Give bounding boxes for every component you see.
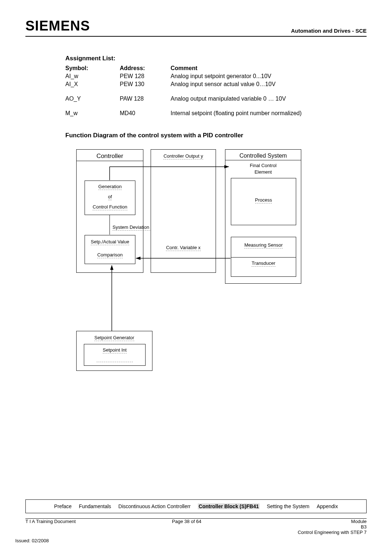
col-symbol: Symbol: bbox=[65, 64, 120, 72]
footer-nav: Preface Fundamentals Discontinuous Actio… bbox=[25, 499, 367, 513]
controller-box: Controller Generation of Control Functio… bbox=[76, 149, 143, 273]
nav-item[interactable]: Discontinuous Action Controllerr bbox=[118, 503, 191, 509]
table-row: AO_Y PAW 128 Analog output manipulated v… bbox=[65, 95, 312, 103]
comparison-label: Comparison bbox=[85, 251, 135, 258]
process-label: Process bbox=[231, 197, 296, 203]
generation-label: Generation bbox=[85, 183, 135, 190]
cell-address: PEW 130 bbox=[120, 80, 171, 88]
controlled-system-header: Controlled System bbox=[225, 153, 301, 159]
footer-center: Page 38 of 64 bbox=[172, 519, 201, 535]
nav-item[interactable]: Preface bbox=[54, 503, 72, 509]
assignment-title: Assignment List: bbox=[65, 55, 323, 62]
table-row: M_w MD40 Internal setpoint (floating poi… bbox=[65, 109, 312, 117]
nav-item[interactable]: Appendix bbox=[317, 503, 338, 509]
table-header-row: Symbol: Address: Comment bbox=[65, 64, 312, 72]
setpoint-int-blank bbox=[84, 355, 145, 362]
table-row: AI_w PEW 128 Analog input setpoint gener… bbox=[65, 72, 312, 80]
cell-comment: Analog output manipulated variable 0 … 1… bbox=[171, 95, 312, 103]
main-content: Assignment List: Symbol: Address: Commen… bbox=[25, 55, 323, 374]
cell-symbol: M_w bbox=[65, 109, 120, 117]
final-control-label: Final Control bbox=[225, 162, 301, 169]
nav-item[interactable]: Fundamentals bbox=[79, 503, 111, 509]
table-gap bbox=[65, 88, 312, 95]
page-header: SIEMENS Automation and Drives - SCE bbox=[25, 18, 367, 37]
controller-header-text: Controller bbox=[97, 153, 123, 159]
contr-var-label: Contr. Variable x bbox=[151, 244, 216, 251]
cell-comment: Analog input sensor actual value 0…10V bbox=[171, 80, 312, 88]
element-label: Element bbox=[225, 169, 301, 175]
cell-address: PEW 128 bbox=[120, 72, 171, 80]
issued-date: Issued: 02/2008 bbox=[15, 538, 49, 543]
generation-box: Generation of Control Function bbox=[85, 181, 135, 215]
table-gap bbox=[65, 103, 312, 109]
function-diagram: Controller Generation of Control Functio… bbox=[76, 149, 330, 374]
setpoint-int-label: Setpoint Int bbox=[84, 347, 145, 353]
comparison-box: Setp./Actual Value Comparison bbox=[85, 235, 135, 264]
col-address: Address: bbox=[120, 64, 171, 72]
footer-right: Module B3 Control Engineering with STEP … bbox=[298, 519, 367, 535]
cell-symbol: AO_Y bbox=[65, 95, 120, 103]
control-function-label: Control Function bbox=[85, 203, 135, 210]
header-subtitle: Automation and Drives - SCE bbox=[291, 28, 367, 34]
diagram-title: Function Diagram of the control system w… bbox=[65, 132, 323, 139]
footer-info: T I A Training Document Page 38 of 64 Mo… bbox=[25, 519, 367, 535]
process-box: Process bbox=[231, 178, 296, 225]
cell-symbol: AI_X bbox=[65, 80, 120, 88]
footer-left: T I A Training Document bbox=[25, 519, 76, 535]
controller-output-box: Controller Output y Contr. Variable x bbox=[151, 149, 216, 273]
cell-address: MD40 bbox=[120, 109, 171, 117]
col-comment: Comment bbox=[171, 64, 312, 72]
document-page: SIEMENS Automation and Drives - SCE Assi… bbox=[0, 0, 392, 555]
measuring-sensor-label: Measuring Sensor bbox=[231, 242, 296, 248]
cell-address: PAW 128 bbox=[120, 95, 171, 103]
assignment-table: Symbol: Address: Comment AI_w PEW 128 An… bbox=[65, 64, 312, 117]
setpoint-generator-box: Setpoint Generator Setpoint Int bbox=[76, 331, 152, 371]
cell-comment: Analog input setpoint generator 0...10V bbox=[171, 72, 312, 80]
siemens-logo: SIEMENS bbox=[25, 18, 90, 34]
controller-header: Controller bbox=[77, 153, 143, 160]
sensor-box: Measuring Sensor Transducer bbox=[231, 237, 296, 277]
of-label: of bbox=[85, 193, 135, 200]
table-row: AI_X PEW 130 Analog input sensor actual … bbox=[65, 80, 312, 88]
setpoint-generator-label: Setpoint Generator bbox=[77, 334, 152, 341]
setp-actual-label: Setp./Actual Value bbox=[85, 238, 135, 245]
controller-output-label: Controller Output y bbox=[151, 153, 216, 159]
nav-item[interactable]: Setting the System bbox=[267, 503, 310, 509]
nav-item-active[interactable]: Controller Block (S)FB41 bbox=[198, 503, 260, 509]
sensor-divider bbox=[231, 257, 296, 258]
setpoint-int-box: Setpoint Int bbox=[84, 344, 146, 366]
transducer-label: Transducer bbox=[231, 260, 296, 267]
controlled-system-box: Controlled System Final Control Element … bbox=[225, 149, 301, 284]
cell-comment: Internal setpoint (floating point number… bbox=[171, 109, 312, 117]
cell-symbol: AI_w bbox=[65, 72, 120, 80]
